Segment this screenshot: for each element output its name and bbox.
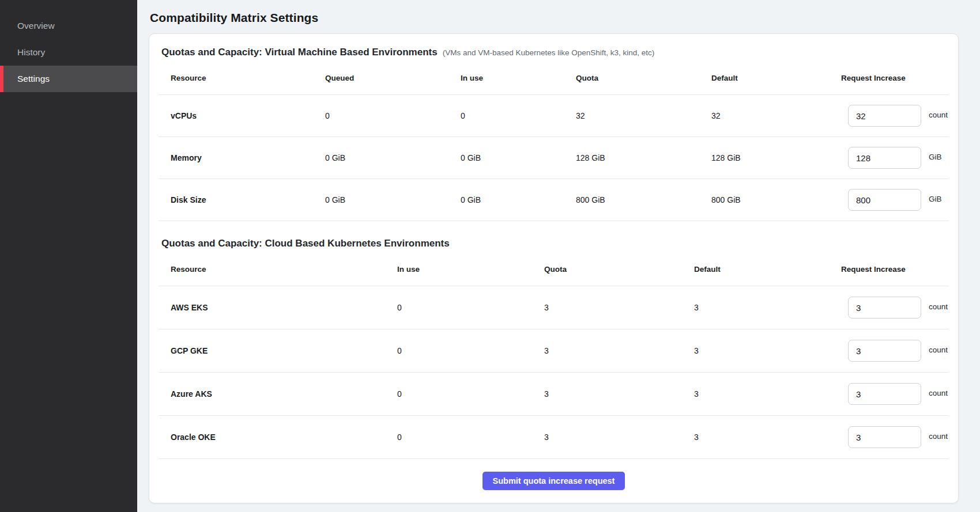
column-header-queued: Queued <box>325 74 461 82</box>
column-header-quota: Quota <box>544 265 694 274</box>
resource-label: GCP GKE <box>159 346 397 355</box>
in-use-value: 0 <box>397 346 544 355</box>
card-footer: Submit quota increase request <box>159 459 949 490</box>
sidebar-item-label: Overview <box>17 21 55 31</box>
submit-quota-increase-button[interactable]: Submit quota increase request <box>483 472 625 490</box>
resource-label: Memory <box>159 153 325 162</box>
unit-label: count <box>929 389 948 397</box>
in-use-value: 0 GiB <box>461 153 576 162</box>
resource-label: Oracle OKE <box>159 433 397 442</box>
vm-section-subtitle: (VMs and VM-based Kubernetes like OpenSh… <box>443 48 655 57</box>
request-increase-cell: count <box>841 340 949 362</box>
table-row-oracle-oke: Oracle OKE 0 3 3 count <box>159 416 949 459</box>
vcpus-request-input[interactable] <box>848 105 921 127</box>
table-row-disk-size: Disk Size 0 GiB 0 GiB 800 GiB 800 GiB Gi… <box>159 179 949 221</box>
column-header-default: Default <box>711 74 841 82</box>
sidebar-nav: Overview History Settings <box>0 0 137 92</box>
unit-label: count <box>929 432 948 441</box>
unit-label: count <box>929 302 948 311</box>
quota-value: 3 <box>544 389 694 399</box>
page-title: Compatibility Matrix Settings <box>149 0 959 33</box>
disk-size-request-input[interactable] <box>848 189 921 211</box>
column-header-request-increase: Request Increase <box>841 265 949 274</box>
table-row-gcp-gke: GCP GKE 0 3 3 count <box>159 329 949 373</box>
sidebar-item-settings[interactable]: Settings <box>0 66 137 92</box>
main-content: Compatibility Matrix Settings Quotas and… <box>137 0 980 503</box>
unit-label: GiB <box>929 195 942 203</box>
quota-value: 3 <box>544 346 694 355</box>
sidebar-item-label: Settings <box>17 74 50 84</box>
oracle-oke-request-input[interactable] <box>848 426 921 448</box>
in-use-value: 0 <box>397 433 544 442</box>
vm-section-title: Quotas and Capacity: Virtual Machine Bas… <box>161 45 438 59</box>
request-increase-cell: count <box>841 426 949 448</box>
table-row-aws-eks: AWS EKS 0 3 3 count <box>159 286 949 329</box>
cloud-section-header: Quotas and Capacity: Cloud Based Kuberne… <box>159 237 949 251</box>
settings-card: Quotas and Capacity: Virtual Machine Bas… <box>149 33 959 503</box>
default-value: 32 <box>711 111 841 120</box>
quota-value: 128 GiB <box>576 153 711 162</box>
column-header-quota: Quota <box>576 74 711 82</box>
table-row-vcpus: vCPUs 0 0 32 32 count <box>159 95 949 137</box>
quota-value: 3 <box>544 303 694 312</box>
sidebar-item-overview[interactable]: Overview <box>0 13 137 39</box>
azure-aks-request-input[interactable] <box>848 383 921 405</box>
column-header-default: Default <box>694 265 841 274</box>
default-value: 800 GiB <box>711 195 841 204</box>
default-value: 3 <box>694 346 841 355</box>
aws-eks-request-input[interactable] <box>848 297 921 318</box>
default-value: 3 <box>694 303 841 312</box>
in-use-value: 0 <box>397 389 544 399</box>
sidebar-item-history[interactable]: History <box>0 39 137 66</box>
resource-label: Disk Size <box>159 195 325 204</box>
sidebar: Overview History Settings <box>0 0 137 512</box>
request-increase-cell: count <box>841 105 949 127</box>
request-increase-cell: GiB <box>841 189 949 211</box>
queued-value: 0 GiB <box>325 195 461 204</box>
unit-label: count <box>929 346 948 354</box>
column-header-in-use: In use <box>397 265 544 274</box>
resource-label: AWS EKS <box>159 303 397 312</box>
vm-section-header: Quotas and Capacity: Virtual Machine Bas… <box>159 45 949 59</box>
default-value: 3 <box>694 389 841 399</box>
queued-value: 0 GiB <box>325 153 461 162</box>
cloud-section-title: Quotas and Capacity: Cloud Based Kuberne… <box>161 237 450 251</box>
quota-value: 3 <box>544 433 694 442</box>
queued-value: 0 <box>325 111 461 120</box>
unit-label: GiB <box>929 153 942 161</box>
default-value: 128 GiB <box>711 153 841 162</box>
quota-value: 32 <box>576 111 711 120</box>
vm-table-header: Resource Queued In use Quota Default Req… <box>159 59 949 95</box>
column-header-resource: Resource <box>159 265 397 274</box>
in-use-value: 0 <box>461 111 576 120</box>
table-row-azure-aks: Azure AKS 0 3 3 count <box>159 373 949 416</box>
in-use-value: 0 GiB <box>461 195 576 204</box>
column-header-request-increase: Request Increase <box>841 74 949 82</box>
resource-label: Azure AKS <box>159 389 397 399</box>
gcp-gke-request-input[interactable] <box>848 340 921 362</box>
table-row-memory: Memory 0 GiB 0 GiB 128 GiB 128 GiB GiB <box>159 137 949 179</box>
request-increase-cell: count <box>841 297 949 318</box>
default-value: 3 <box>694 433 841 442</box>
sidebar-item-label: History <box>17 47 45 58</box>
cloud-table-header: Resource In use Quota Default Request In… <box>159 251 949 286</box>
column-header-in-use: In use <box>461 74 576 82</box>
resource-label: vCPUs <box>159 111 325 120</box>
request-increase-cell: count <box>841 383 949 405</box>
in-use-value: 0 <box>397 303 544 312</box>
column-header-resource: Resource <box>159 74 325 82</box>
memory-request-input[interactable] <box>848 147 921 169</box>
quota-value: 800 GiB <box>576 195 711 204</box>
request-increase-cell: GiB <box>841 147 949 169</box>
unit-label: count <box>929 111 948 119</box>
